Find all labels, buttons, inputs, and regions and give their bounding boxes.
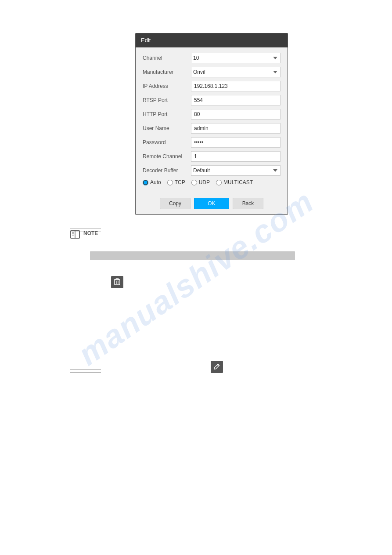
decoder-buffer-label: Decoder Buffer	[143, 167, 191, 174]
channel-select[interactable]: 10	[191, 53, 281, 63]
rtsp-port-label: RTSP Port	[143, 97, 191, 103]
dialog-footer: Copy OK Back	[136, 194, 288, 214]
edit-pencil-icon	[214, 363, 220, 371]
manufacturer-select[interactable]: Onvif	[191, 67, 281, 77]
channel-label: Channel	[143, 55, 191, 61]
ok-button[interactable]: OK	[194, 198, 229, 209]
protocol-udp-label: UDP	[199, 179, 210, 185]
remote-channel-label: Remote Channel	[143, 153, 191, 160]
radio-auto[interactable]	[143, 180, 148, 185]
protocol-multicast[interactable]: MULTICAST	[216, 179, 253, 185]
protocol-auto[interactable]: Auto	[143, 179, 161, 185]
protocol-multicast-label: MULTICAST	[223, 179, 253, 185]
copy-button[interactable]: Copy	[160, 198, 191, 209]
protocol-tcp-label: TCP	[175, 179, 185, 185]
note-svg-icon	[70, 230, 80, 239]
protocol-tcp[interactable]: TCP	[167, 179, 185, 185]
remote-channel-row: Remote Channel	[143, 151, 281, 162]
password-input[interactable]	[191, 137, 281, 148]
decoder-buffer-row: Decoder Buffer Default	[143, 165, 281, 176]
ip-address-label: IP Address	[143, 83, 191, 89]
edit-button[interactable]	[211, 361, 223, 373]
note-section: NOTE	[70, 229, 98, 239]
http-port-label: HTTP Port	[143, 111, 191, 117]
remote-channel-input[interactable]	[191, 151, 281, 162]
ip-address-input[interactable]	[191, 81, 281, 91]
note-bar	[90, 251, 295, 260]
trash-button[interactable]	[111, 276, 123, 288]
radio-multicast[interactable]	[216, 180, 222, 185]
rtsp-port-row: RTSP Port	[143, 95, 281, 105]
radio-udp[interactable]	[191, 180, 197, 185]
password-row: Password	[143, 137, 281, 148]
channel-row: Channel 10	[143, 53, 281, 63]
protocol-udp[interactable]: UDP	[191, 179, 210, 185]
password-label: Password	[143, 139, 191, 145]
bottom-divider-bottom	[70, 372, 101, 373]
bottom-divider-top	[70, 369, 101, 370]
decoder-buffer-select[interactable]: Default	[191, 165, 281, 176]
note-book-icon	[70, 230, 80, 239]
user-name-label: User Name	[143, 125, 191, 131]
manufacturer-label: Manufacturer	[143, 69, 191, 75]
dialog-body: Channel 10 Manufacturer Onvif IP Address…	[136, 47, 288, 194]
note-divider-top	[70, 229, 101, 229]
protocol-auto-label: Auto	[150, 179, 161, 185]
ip-address-row: IP Address	[143, 81, 281, 91]
dialog-title-bar: Edit	[136, 33, 288, 47]
rtsp-port-input[interactable]	[191, 95, 281, 105]
user-name-row: User Name	[143, 123, 281, 134]
trash-icon	[114, 278, 120, 287]
protocol-row: Auto TCP UDP MULTICAST	[143, 179, 281, 185]
user-name-input[interactable]	[191, 123, 281, 134]
http-port-row: HTTP Port	[143, 109, 281, 120]
http-port-input[interactable]	[191, 109, 281, 120]
dialog-title: Edit	[141, 37, 151, 44]
manufacturer-row: Manufacturer Onvif	[143, 67, 281, 77]
svg-rect-5	[115, 280, 120, 285]
edit-dialog: Edit Channel 10 Manufacturer Onvif IP Ad…	[135, 33, 288, 215]
radio-tcp[interactable]	[167, 180, 173, 185]
note-label: NOTE	[83, 229, 98, 236]
back-button[interactable]: Back	[233, 198, 263, 209]
